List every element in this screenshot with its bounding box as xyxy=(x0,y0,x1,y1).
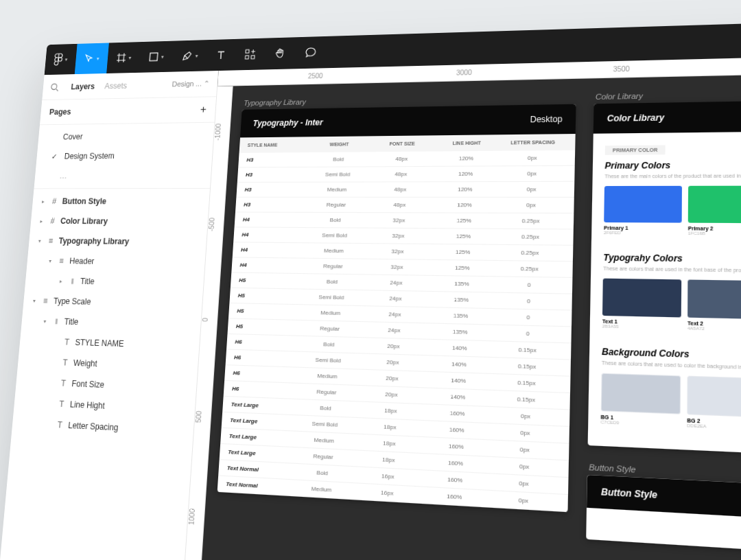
background-swatches: BG 1C7CED9BG 2DDE2EABG 3EEF1F5BG 4FFFFFF xyxy=(600,373,741,439)
frame-tool-button[interactable]: ▾ xyxy=(106,42,141,73)
resources-button[interactable] xyxy=(234,38,266,71)
pen-icon xyxy=(181,50,193,62)
tab-assets[interactable]: Assets xyxy=(104,81,128,91)
color-swatch[interactable]: Primary 21FC16B xyxy=(688,186,741,236)
color-swatch[interactable]: Text 12B3A55 xyxy=(602,279,682,331)
table-row[interactable]: H3Regular48px120%0px xyxy=(235,198,574,213)
chevron-down-icon: ▾ xyxy=(64,56,67,62)
chevron-down-icon: ▾ xyxy=(161,54,164,60)
typography-frame[interactable]: Typography - Inter Desktop STYLE NAMEWEI… xyxy=(217,104,576,513)
svg-point-7 xyxy=(51,84,58,89)
color-library-title: Color Library xyxy=(607,113,664,124)
shape-tool-button[interactable]: ▾ xyxy=(139,41,174,73)
page-design-system[interactable]: ✓Design System xyxy=(36,145,213,167)
text-icon xyxy=(215,49,226,60)
typography-colors-heading: Typograhy Colors xyxy=(603,253,741,267)
primary-colors-heading: Primary Colors xyxy=(604,159,741,171)
rectangle-icon xyxy=(148,51,159,62)
frame-icon: # xyxy=(49,197,59,206)
tab-layers[interactable]: Layers xyxy=(71,82,95,91)
canvas[interactable]: 25003000350040004500 -1000-5000500100015… xyxy=(178,50,741,560)
table-row[interactable]: H3Bold48px120%0px xyxy=(238,150,575,168)
hand-tool-button[interactable] xyxy=(264,37,296,69)
svg-rect-1 xyxy=(150,53,158,61)
layers-panel: Layers Assets Design ... ⌃ Pages + Cover… xyxy=(0,71,219,560)
table-row[interactable]: H4Bold32px125%0.25px xyxy=(235,213,574,230)
hand-icon xyxy=(274,47,286,60)
primary-color-tag: PRIMARY COLOR xyxy=(605,145,666,154)
text-tool-button[interactable] xyxy=(206,39,236,71)
button-style-frame[interactable]: Button Style xyxy=(586,475,741,560)
move-tool-button[interactable]: ▾ xyxy=(75,43,109,74)
svg-rect-4 xyxy=(251,56,255,59)
svg-rect-3 xyxy=(245,56,248,59)
typography-title: Typography - Inter xyxy=(252,118,323,128)
primary-colors-desc: These are the main colors of the product… xyxy=(604,172,741,178)
chevron-down-icon: ▾ xyxy=(128,55,131,60)
page-selector[interactable]: Design ... ⌃ xyxy=(172,80,209,89)
svg-rect-2 xyxy=(246,49,249,53)
autolayout-icon: ⦀ xyxy=(51,316,61,326)
group-icon: ≡ xyxy=(46,236,56,246)
color-swatch[interactable]: Text 24A5A72 xyxy=(687,280,741,333)
text-icon: T xyxy=(58,378,68,388)
chevron-up-icon: ⌃ xyxy=(203,80,209,88)
cursor-icon xyxy=(84,54,95,64)
figma-logo-icon xyxy=(54,53,63,66)
table-row[interactable]: H3Medium48px120%0px xyxy=(236,182,574,198)
comment-tool-button[interactable] xyxy=(294,36,327,69)
frame-icon: # xyxy=(48,216,58,225)
page-hidden[interactable]: … xyxy=(34,165,211,186)
pen-tool-button[interactable]: ▾ xyxy=(172,40,208,72)
typography-rows: H3Bold48px120%0pxH3Semi Bold48px120%0pxH… xyxy=(217,150,576,512)
search-icon[interactable] xyxy=(50,82,60,91)
typography-swatches: Text 12B3A55Text 24A5A72Text 37D8AA0Text… xyxy=(602,279,741,337)
add-page-button[interactable]: + xyxy=(200,104,207,115)
text-icon: T xyxy=(55,420,64,430)
color-swatch[interactable]: BG 2DDE2EA xyxy=(687,376,741,432)
color-library-frame[interactable]: Color Library PRIMARY COLOR Primary Colo… xyxy=(588,97,741,463)
chevron-down-icon: ▾ xyxy=(195,53,198,59)
chevron-down-icon: ▾ xyxy=(97,56,99,61)
layer-typography-library[interactable]: ▾≡Typography Library xyxy=(28,231,207,253)
text-icon: T xyxy=(62,337,72,347)
typography-mode: Desktop xyxy=(530,114,562,124)
figma-window: ▾ ▾ ▾ ▾ ▾ Oth xyxy=(0,14,741,560)
comment-icon xyxy=(305,47,317,59)
layer-header[interactable]: ▾≡Header xyxy=(27,250,206,273)
primary-swatches: Primary 12F6FEDPrimary 21FC16BPrimary 3F… xyxy=(604,185,741,237)
autolayout-icon: ⦀ xyxy=(67,277,77,286)
text-icon: T xyxy=(60,358,70,367)
page-cover[interactable]: Cover xyxy=(38,126,214,147)
figma-menu-button[interactable]: ▾ xyxy=(45,44,78,75)
table-row[interactable]: H3Semi Bold48px120%0px xyxy=(237,166,575,183)
color-swatch[interactable]: Primary 12F6FED xyxy=(604,186,682,235)
frame-icon xyxy=(116,53,127,63)
group-icon: ≡ xyxy=(40,296,50,305)
typography-colors-desc: These are colors that are used in the fo… xyxy=(603,266,741,275)
text-icon: T xyxy=(57,399,67,410)
frame-label-colors[interactable]: Color Library xyxy=(594,83,741,104)
group-icon: ≡ xyxy=(57,256,67,266)
check-icon: ✓ xyxy=(51,152,58,161)
layer-button-style[interactable]: ▸#Button Style xyxy=(32,191,210,212)
color-swatch[interactable]: BG 1C7CED9 xyxy=(600,373,681,428)
resources-icon xyxy=(244,48,256,60)
pages-section-header: Pages + xyxy=(40,97,216,125)
layer-color-library[interactable]: ▸#Color Library xyxy=(30,211,209,233)
